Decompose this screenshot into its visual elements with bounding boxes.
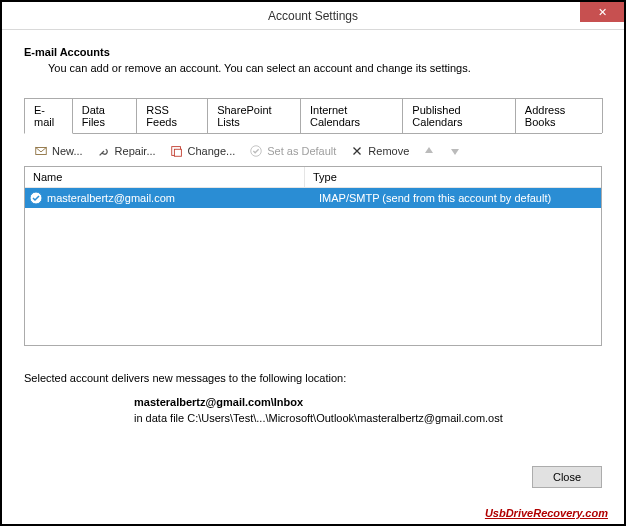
toolbar: New... Repair... Change... Set as Defaul… [24,134,602,166]
remove-icon [350,144,364,158]
close-icon: ✕ [598,6,607,19]
content-area: E-mail Accounts You can add or remove an… [2,30,624,432]
move-down-button [443,143,467,159]
window-title: Account Settings [268,9,358,23]
account-list: Name Type masteralbertz@gmail.com IMAP/S… [24,166,602,346]
new-button[interactable]: New... [28,142,89,160]
delivery-location: masteralbertz@gmail.com\Inbox [134,396,602,408]
account-check-icon [29,191,43,205]
move-up-button [417,143,441,159]
window-close-button[interactable]: ✕ [580,2,624,22]
tab-data-files[interactable]: Data Files [72,98,138,133]
account-row[interactable]: masteralbertz@gmail.com IMAP/SMTP (send … [25,188,601,208]
list-header: Name Type [25,167,601,188]
tab-published-calendars[interactable]: Published Calendars [402,98,516,133]
tab-address-books[interactable]: Address Books [515,98,603,133]
repair-label: Repair... [115,145,156,157]
page-subheading: You can add or remove an account. You ca… [48,62,602,74]
new-icon [34,144,48,158]
remove-button[interactable]: Remove [344,142,415,160]
tab-sharepoint-lists[interactable]: SharePoint Lists [207,98,301,133]
default-label: Set as Default [267,145,336,157]
column-name[interactable]: Name [25,167,305,187]
change-icon [170,144,184,158]
tab-internet-calendars[interactable]: Internet Calendars [300,98,403,133]
repair-button[interactable]: Repair... [91,142,162,160]
change-button[interactable]: Change... [164,142,242,160]
tab-rss-feeds[interactable]: RSS Feeds [136,98,208,133]
repair-icon [97,144,111,158]
delivery-info: Selected account delivers new messages t… [24,372,602,424]
account-name: masteralbertz@gmail.com [47,192,319,204]
close-button[interactable]: Close [532,466,602,488]
tab-email[interactable]: E-mail [24,98,73,134]
set-default-button: Set as Default [243,142,342,160]
titlebar: Account Settings ✕ [2,2,624,30]
dialog-buttons: Close [532,466,602,488]
page-heading: E-mail Accounts [24,46,602,58]
arrow-up-icon [423,145,435,157]
check-icon [249,144,263,158]
arrow-down-icon [449,145,461,157]
remove-label: Remove [368,145,409,157]
delivery-datafile: in data file C:\Users\Test\...\Microsoft… [134,412,602,424]
column-type[interactable]: Type [305,167,601,187]
change-label: Change... [188,145,236,157]
watermark: UsbDriveRecovery.com [485,499,608,522]
account-type: IMAP/SMTP (send from this account by def… [319,192,597,204]
tab-strip: E-mail Data Files RSS Feeds SharePoint L… [24,98,602,134]
new-label: New... [52,145,83,157]
delivery-text: Selected account delivers new messages t… [24,372,602,384]
svg-rect-2 [174,149,181,156]
